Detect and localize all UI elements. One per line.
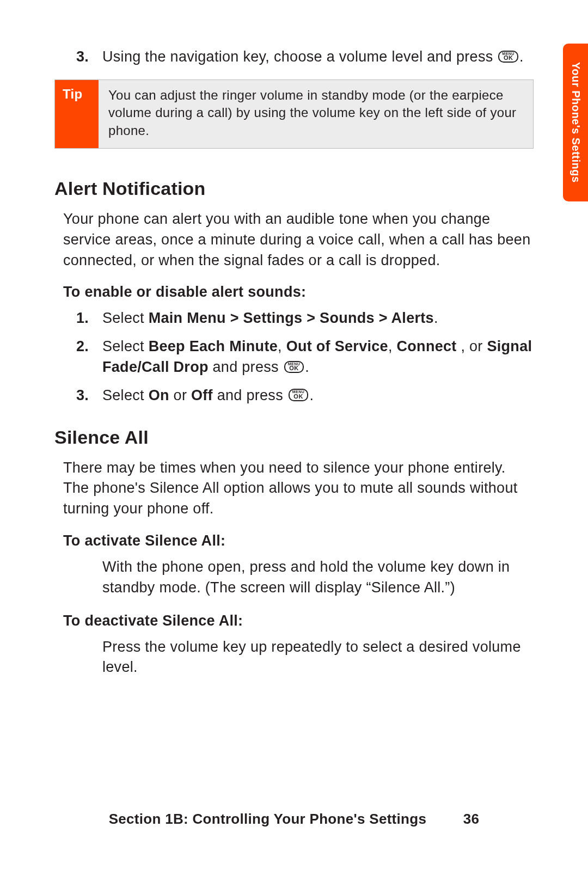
text: Select: [102, 310, 149, 326]
tip-box: Tip You can adjust the ringer volume in …: [54, 79, 534, 149]
manual-page: Your Phone's Settings 3. Using the navig…: [0, 0, 588, 882]
step-number: 3.: [76, 47, 102, 68]
text: .: [305, 359, 309, 375]
tip-text: You can adjust the ringer volume in stan…: [99, 80, 533, 148]
step-number: 1.: [76, 308, 102, 329]
text: .: [434, 310, 438, 326]
step-text: Select On or Off and press MENUOK.: [102, 385, 534, 406]
step-item: 3. Using the navigation key, choose a vo…: [54, 47, 534, 68]
step-text: Select Main Menu > Settings > Sounds > A…: [102, 308, 534, 329]
bold-text: Out of Service: [286, 338, 388, 354]
silence-intro: There may be times when you need to sile…: [54, 458, 534, 519]
text: ,: [278, 338, 286, 354]
text: , or: [457, 338, 487, 354]
text: ,: [388, 338, 397, 354]
heading-alert-notification: Alert Notification: [54, 178, 534, 199]
menu-ok-key-icon: MENUOK: [498, 51, 518, 63]
bold-text: Main Menu > Settings > Sounds > Alerts: [149, 310, 434, 326]
text: .: [519, 48, 524, 65]
bold-text: On: [149, 387, 169, 403]
page-number: 36: [463, 811, 480, 828]
step-text: Select Beep Each Minute, Out of Service,…: [102, 336, 534, 378]
text: and press: [209, 359, 283, 375]
side-tab: Your Phone's Settings: [563, 44, 588, 201]
side-tab-label: Your Phone's Settings: [569, 62, 582, 183]
silence-activate-body: With the phone open, press and hold the …: [54, 557, 534, 598]
bold-text: Off: [191, 387, 213, 403]
alert-intro: Your phone can alert you with an audible…: [54, 209, 534, 271]
silence-deactivate-body: Press the volume key up repeatedly to se…: [54, 637, 534, 678]
silence-subhead-deactivate: To deactivate Silence All:: [54, 612, 534, 629]
step-number: 2.: [76, 336, 102, 357]
menu-ok-key-icon: MENUOK: [289, 389, 309, 401]
footer-section: Section 1B: Controlling Your Phone's Set…: [109, 811, 427, 828]
text: or: [169, 387, 191, 403]
silence-subhead-activate: To activate Silence All:: [54, 532, 534, 549]
page-footer: Section 1B: Controlling Your Phone's Set…: [0, 811, 588, 828]
key-line2: OK: [289, 366, 299, 371]
text: .: [309, 387, 314, 403]
tip-label: Tip: [55, 80, 99, 148]
step-item: 3. Select On or Off and press MENUOK.: [54, 385, 534, 406]
step-item: 1. Select Main Menu > Settings > Sounds …: [54, 308, 534, 329]
key-line2: OK: [293, 394, 303, 399]
bold-text: Connect: [397, 338, 457, 354]
step-item: 2. Select Beep Each Minute, Out of Servi…: [54, 336, 534, 378]
text: Select: [102, 338, 149, 354]
text: and press: [213, 387, 287, 403]
step-number: 3.: [76, 385, 102, 406]
text: Using the navigation key, choose a volum…: [102, 48, 497, 65]
key-line2: OK: [504, 56, 513, 60]
alert-subhead: To enable or disable alert sounds:: [54, 284, 534, 301]
bold-text: Beep Each Minute: [149, 338, 278, 354]
step-text: Using the navigation key, choose a volum…: [102, 47, 534, 68]
text: Select: [102, 387, 149, 403]
menu-ok-key-icon: MENUOK: [284, 361, 304, 373]
heading-silence-all: Silence All: [54, 427, 534, 448]
